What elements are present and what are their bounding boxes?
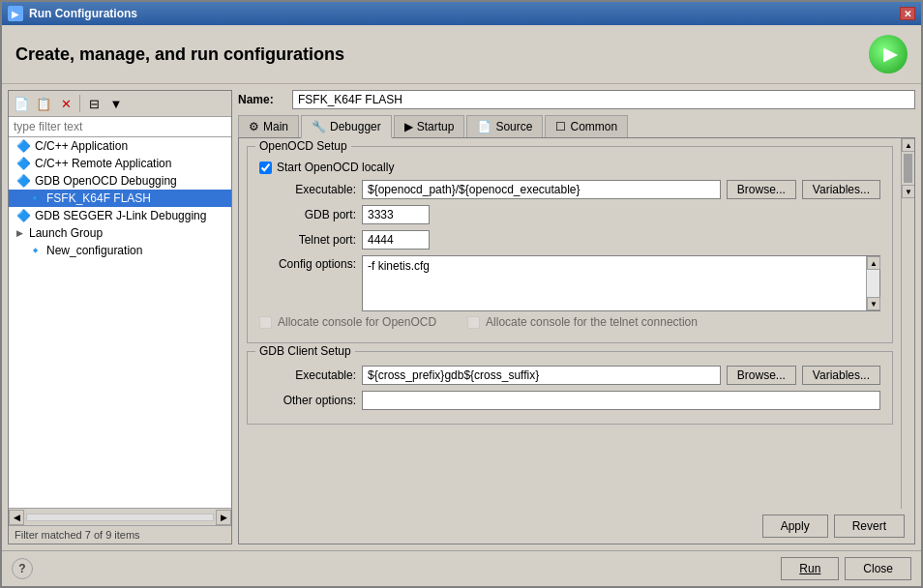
close-window-button[interactable]: ✕	[900, 7, 915, 20]
tab-main[interactable]: ⚙ Main	[238, 115, 299, 137]
variables-button[interactable]: Variables...	[802, 180, 880, 199]
scrollbar-track[interactable]	[867, 270, 879, 297]
gdb-variables-button[interactable]: Variables...	[802, 366, 880, 385]
gdb-port-input[interactable]	[362, 205, 430, 224]
openocd-section-title: OpenOCD Setup	[255, 139, 351, 153]
alloc-telnet-checkbox[interactable]	[467, 316, 480, 329]
help-button[interactable]: ?	[12, 558, 33, 579]
config-options-row: Config options: -f kinetis.cfg ▲ ▼	[259, 255, 880, 311]
gdb-client-section-title: GDB Client Setup	[255, 344, 355, 358]
textarea-scrollbar: ▲ ▼	[866, 256, 879, 310]
name-row: Name:	[238, 90, 915, 109]
gdb-client-section-body: Executable: Browse... Variables... Other…	[248, 362, 892, 424]
gdb-port-label: GDB port:	[259, 208, 356, 221]
filter-dropdown-button[interactable]: ▼	[105, 93, 127, 114]
tab-startup-icon: ▶	[404, 120, 413, 133]
right-scroll-down-button[interactable]: ▼	[902, 185, 914, 198]
alloc-openocd-checkbox[interactable]	[259, 316, 272, 329]
tree-item-icon: 🔷	[16, 209, 31, 222]
tab-startup-label: Startup	[417, 120, 455, 133]
executable-row: Executable: Browse... Variables...	[259, 180, 880, 199]
scroll-track[interactable]	[26, 514, 214, 521]
horizontal-scrollbar[interactable]: ◀ ▶	[9, 508, 231, 525]
alloc-consoles-row: Allocate console for OpenOCD Allocate co…	[259, 315, 880, 329]
other-options-row: Other options:	[259, 391, 880, 410]
tree-item-label: GDB OpenOCD Debugging	[35, 174, 177, 188]
tab-source-label: Source	[495, 120, 532, 133]
alloc-telnet-label: Allocate console for the telnet connecti…	[486, 315, 698, 329]
tree-item-label: Launch Group	[29, 226, 103, 240]
apply-button[interactable]: Apply	[762, 514, 828, 538]
scroll-left-button[interactable]: ◀	[9, 510, 24, 525]
tree-item-fsfk[interactable]: 🔹 FSFK_K64F FLASH	[9, 190, 231, 207]
tab-bar: ⚙ Main 🔧 Debugger ▶ Startup 📄 Source ☐	[238, 115, 915, 138]
run-label: Run	[799, 562, 820, 575]
config-options-wrap: -f kinetis.cfg ▲ ▼	[362, 255, 880, 311]
window-icon: ▶	[8, 6, 23, 21]
revert-button[interactable]: Revert	[834, 514, 905, 538]
filter-button[interactable]: ⊟	[83, 93, 104, 114]
tab-content: OpenOCD Setup Start OpenOCD locally Exec…	[238, 138, 915, 544]
toolbar-separator	[79, 95, 80, 112]
openocd-section-body: Start OpenOCD locally Executable: Browse…	[248, 157, 892, 342]
telnet-port-row: Telnet port:	[259, 230, 880, 250]
name-input[interactable]	[292, 90, 915, 109]
tree-item-gdb-jlink[interactable]: 🔷 GDB SEGGER J-Link Debugging	[9, 207, 231, 224]
scrollbar-up-button[interactable]: ▲	[867, 256, 880, 270]
tab-main-icon: ⚙	[249, 120, 259, 133]
tab-common-icon: ☐	[555, 120, 566, 133]
tab-debugger[interactable]: 🔧 Debugger	[301, 115, 392, 138]
openocd-section: OpenOCD Setup Start OpenOCD locally Exec…	[247, 146, 893, 343]
tab-common[interactable]: ☐ Common	[545, 115, 628, 137]
tree-item-label: C/C++ Remote Application	[35, 157, 171, 170]
tab-startup[interactable]: ▶ Startup	[394, 115, 465, 137]
copy-config-button[interactable]: 📋	[33, 93, 54, 114]
right-scrollbar[interactable]: ▲ ▼	[901, 138, 914, 509]
tree-item-cpp-app[interactable]: 🔷 C/C++ Application	[9, 137, 231, 155]
telnet-port-label: Telnet port:	[259, 233, 356, 247]
other-options-input[interactable]	[362, 391, 880, 410]
new-config-button[interactable]: 📄	[11, 93, 32, 114]
title-bar: ▶ Run Configurations ✕	[2, 2, 921, 25]
tree-item-icon: 🔹	[28, 244, 43, 257]
config-options-textarea[interactable]: -f kinetis.cfg	[363, 256, 866, 310]
scrollbar-down-button[interactable]: ▼	[867, 297, 880, 310]
tab-source-icon: 📄	[477, 120, 491, 133]
executable-input[interactable]	[362, 180, 721, 199]
tree-item-launch-group[interactable]: ▶ Launch Group	[9, 224, 231, 242]
gdb-executable-input[interactable]	[362, 366, 721, 385]
gdb-executable-label: Executable:	[259, 368, 356, 382]
browse-button[interactable]: Browse...	[727, 180, 796, 199]
start-locally-row: Start OpenOCD locally	[259, 161, 880, 174]
run-button[interactable]: Run	[781, 557, 839, 580]
start-locally-checkbox[interactable]	[259, 162, 272, 174]
scroll-right-button[interactable]: ▶	[216, 510, 231, 525]
config-tree: 🔷 C/C++ Application 🔷 C/C++ Remote Appli…	[9, 137, 231, 508]
tree-item-new-config[interactable]: 🔹 New_configuration	[9, 242, 231, 259]
close-button[interactable]: Close	[845, 557, 911, 580]
tree-item-cpp-remote[interactable]: 🔷 C/C++ Remote Application	[9, 155, 231, 172]
tree-item-label: C/C++ Application	[35, 139, 128, 153]
config-options-label: Config options:	[259, 255, 356, 271]
right-scroll-up-button[interactable]: ▲	[902, 138, 914, 152]
footer-buttons: Run Close	[781, 557, 911, 580]
window-title: Run Configurations	[29, 7, 137, 20]
executable-label: Executable:	[259, 183, 356, 196]
apply-revert-bar: Apply Revert	[239, 509, 914, 544]
alloc-openocd-label: Allocate console for OpenOCD	[278, 315, 436, 329]
page-header: Create, manage, and run configurations	[2, 25, 921, 84]
tree-item-label: FSFK_K64F FLASH	[46, 191, 151, 205]
delete-config-button[interactable]: ✕	[55, 93, 76, 114]
tree-item-icon: 🔷	[16, 139, 31, 153]
right-scroll-thumb[interactable]	[904, 154, 912, 183]
gdb-browse-button[interactable]: Browse...	[727, 366, 796, 385]
expand-arrow-icon: ▶	[16, 228, 23, 238]
tab-source[interactable]: 📄 Source	[466, 115, 543, 137]
filter-input[interactable]: type filter text	[9, 117, 231, 137]
tree-item-icon: 🔹	[28, 191, 43, 205]
telnet-port-input[interactable]	[362, 230, 430, 250]
gdb-port-row: GDB port:	[259, 205, 880, 224]
tree-item-gdb-openocd[interactable]: 🔷 GDB OpenOCD Debugging	[9, 172, 231, 190]
tab-common-label: Common	[570, 120, 617, 133]
tab-debugger-label: Debugger	[330, 120, 381, 133]
